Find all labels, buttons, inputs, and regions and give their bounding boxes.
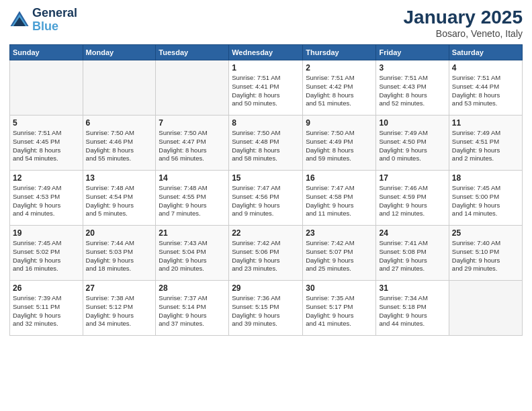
weekday-header: Tuesday: [156, 45, 229, 60]
calendar-table: SundayMondayTuesdayWednesdayThursdayFrid…: [9, 44, 523, 336]
weekday-header: Friday: [376, 45, 449, 60]
day-info: Sunrise: 7:47 AM Sunset: 4:58 PM Dayligh…: [306, 184, 373, 218]
day-info: Sunrise: 7:42 AM Sunset: 5:07 PM Dayligh…: [306, 239, 373, 273]
day-info: Sunrise: 7:49 AM Sunset: 4:53 PM Dayligh…: [13, 184, 80, 218]
day-number: 19: [13, 228, 80, 238]
day-number: 15: [232, 173, 300, 183]
day-info: Sunrise: 7:45 AM Sunset: 5:00 PM Dayligh…: [452, 184, 519, 218]
day-number: 1: [232, 63, 300, 73]
day-number: 5: [13, 118, 80, 128]
day-number: 25: [452, 228, 519, 238]
calendar-cell: 5Sunrise: 7:51 AM Sunset: 4:45 PM Daylig…: [10, 116, 83, 171]
day-info: Sunrise: 7:36 AM Sunset: 5:15 PM Dayligh…: [232, 294, 300, 328]
calendar-cell: 6Sunrise: 7:50 AM Sunset: 4:46 PM Daylig…: [83, 116, 156, 171]
day-info: Sunrise: 7:45 AM Sunset: 5:02 PM Dayligh…: [13, 239, 80, 273]
day-number: 4: [452, 63, 519, 73]
day-info: Sunrise: 7:50 AM Sunset: 4:46 PM Dayligh…: [86, 129, 153, 163]
day-number: 23: [306, 228, 373, 238]
day-info: Sunrise: 7:50 AM Sunset: 4:48 PM Dayligh…: [232, 129, 300, 163]
day-number: 12: [13, 173, 80, 183]
calendar-cell: 13Sunrise: 7:48 AM Sunset: 4:54 PM Dayli…: [83, 171, 156, 226]
weekday-header: Monday: [83, 45, 156, 60]
day-number: 21: [159, 228, 226, 238]
day-info: Sunrise: 7:51 AM Sunset: 4:45 PM Dayligh…: [13, 129, 80, 163]
calendar-cell: 2Sunrise: 7:51 AM Sunset: 4:42 PM Daylig…: [303, 60, 376, 116]
day-number: 29: [232, 283, 300, 293]
day-info: Sunrise: 7:47 AM Sunset: 4:56 PM Dayligh…: [232, 184, 300, 218]
calendar-cell: 23Sunrise: 7:42 AM Sunset: 5:07 PM Dayli…: [303, 226, 376, 281]
day-number: 7: [159, 118, 226, 128]
calendar-cell: 21Sunrise: 7:43 AM Sunset: 5:04 PM Dayli…: [156, 226, 229, 281]
day-info: Sunrise: 7:50 AM Sunset: 4:47 PM Dayligh…: [159, 129, 226, 163]
logo: General Blue: [9, 7, 77, 34]
calendar-cell: 22Sunrise: 7:42 AM Sunset: 5:06 PM Dayli…: [229, 226, 303, 281]
day-number: 22: [232, 228, 300, 238]
day-info: Sunrise: 7:37 AM Sunset: 5:14 PM Dayligh…: [159, 294, 226, 328]
calendar-week-row: 5Sunrise: 7:51 AM Sunset: 4:45 PM Daylig…: [10, 116, 523, 171]
calendar-cell: 1Sunrise: 7:51 AM Sunset: 4:41 PM Daylig…: [229, 60, 303, 116]
calendar-cell: 19Sunrise: 7:45 AM Sunset: 5:02 PM Dayli…: [10, 226, 83, 281]
location: Bosaro, Veneto, Italy: [404, 28, 523, 39]
calendar-cell: 24Sunrise: 7:41 AM Sunset: 5:08 PM Dayli…: [376, 226, 449, 281]
day-info: Sunrise: 7:44 AM Sunset: 5:03 PM Dayligh…: [86, 239, 153, 273]
day-info: Sunrise: 7:51 AM Sunset: 4:43 PM Dayligh…: [379, 74, 445, 108]
title-block: January 2025 Bosaro, Veneto, Italy: [404, 7, 523, 39]
day-info: Sunrise: 7:38 AM Sunset: 5:12 PM Dayligh…: [86, 294, 153, 328]
calendar-cell: 20Sunrise: 7:44 AM Sunset: 5:03 PM Dayli…: [83, 226, 156, 281]
weekday-header: Thursday: [303, 45, 376, 60]
logo-text: General Blue: [32, 7, 77, 34]
day-info: Sunrise: 7:34 AM Sunset: 5:18 PM Dayligh…: [379, 294, 445, 328]
calendar-cell: 26Sunrise: 7:39 AM Sunset: 5:11 PM Dayli…: [10, 281, 83, 336]
calendar-cell: 7Sunrise: 7:50 AM Sunset: 4:47 PM Daylig…: [156, 116, 229, 171]
weekday-header: Wednesday: [229, 45, 303, 60]
day-info: Sunrise: 7:48 AM Sunset: 4:54 PM Dayligh…: [86, 184, 153, 218]
day-number: 3: [379, 63, 445, 73]
logo-general: General: [32, 7, 77, 20]
day-number: 27: [86, 283, 153, 293]
weekday-header-row: SundayMondayTuesdayWednesdayThursdayFrid…: [10, 45, 523, 60]
day-number: 16: [306, 173, 373, 183]
day-info: Sunrise: 7:50 AM Sunset: 4:49 PM Dayligh…: [306, 129, 373, 163]
day-number: 26: [13, 283, 80, 293]
day-number: 11: [452, 118, 519, 128]
calendar-cell: 25Sunrise: 7:40 AM Sunset: 5:10 PM Dayli…: [449, 226, 522, 281]
weekday-header: Sunday: [10, 45, 83, 60]
day-info: Sunrise: 7:49 AM Sunset: 4:51 PM Dayligh…: [452, 129, 519, 163]
calendar-cell: [156, 60, 229, 116]
day-info: Sunrise: 7:35 AM Sunset: 5:17 PM Dayligh…: [306, 294, 373, 328]
day-info: Sunrise: 7:41 AM Sunset: 5:08 PM Dayligh…: [379, 239, 445, 273]
calendar-cell: 18Sunrise: 7:45 AM Sunset: 5:00 PM Dayli…: [449, 171, 522, 226]
calendar-week-row: 19Sunrise: 7:45 AM Sunset: 5:02 PM Dayli…: [10, 226, 523, 281]
day-number: 24: [379, 228, 445, 238]
day-info: Sunrise: 7:43 AM Sunset: 5:04 PM Dayligh…: [159, 239, 226, 273]
day-info: Sunrise: 7:42 AM Sunset: 5:06 PM Dayligh…: [232, 239, 300, 273]
day-number: 2: [306, 63, 373, 73]
day-info: Sunrise: 7:51 AM Sunset: 4:42 PM Dayligh…: [306, 74, 373, 108]
page: General Blue January 2025 Bosaro, Veneto…: [0, 0, 532, 411]
calendar-cell: 15Sunrise: 7:47 AM Sunset: 4:56 PM Dayli…: [229, 171, 303, 226]
calendar-cell: [10, 60, 83, 116]
header: General Blue January 2025 Bosaro, Veneto…: [9, 7, 523, 39]
day-number: 10: [379, 118, 445, 128]
logo-blue: Blue: [32, 20, 77, 34]
calendar-cell: [449, 281, 522, 336]
day-number: 9: [306, 118, 373, 128]
day-info: Sunrise: 7:51 AM Sunset: 4:44 PM Dayligh…: [452, 74, 519, 108]
calendar-cell: 9Sunrise: 7:50 AM Sunset: 4:49 PM Daylig…: [303, 116, 376, 171]
calendar-cell: 28Sunrise: 7:37 AM Sunset: 5:14 PM Dayli…: [156, 281, 229, 336]
calendar-cell: 17Sunrise: 7:46 AM Sunset: 4:59 PM Dayli…: [376, 171, 449, 226]
calendar-week-row: 1Sunrise: 7:51 AM Sunset: 4:41 PM Daylig…: [10, 60, 523, 116]
day-number: 17: [379, 173, 445, 183]
day-number: 14: [159, 173, 226, 183]
calendar-cell: 10Sunrise: 7:49 AM Sunset: 4:50 PM Dayli…: [376, 116, 449, 171]
day-number: 20: [86, 228, 153, 238]
day-info: Sunrise: 7:39 AM Sunset: 5:11 PM Dayligh…: [13, 294, 80, 328]
calendar-cell: 8Sunrise: 7:50 AM Sunset: 4:48 PM Daylig…: [229, 116, 303, 171]
weekday-header: Saturday: [449, 45, 522, 60]
day-info: Sunrise: 7:49 AM Sunset: 4:50 PM Dayligh…: [379, 129, 445, 163]
calendar-week-row: 26Sunrise: 7:39 AM Sunset: 5:11 PM Dayli…: [10, 281, 523, 336]
calendar-cell: 31Sunrise: 7:34 AM Sunset: 5:18 PM Dayli…: [376, 281, 449, 336]
day-number: 31: [379, 283, 445, 293]
logo-icon: [9, 10, 30, 30]
calendar-cell: 14Sunrise: 7:48 AM Sunset: 4:55 PM Dayli…: [156, 171, 229, 226]
